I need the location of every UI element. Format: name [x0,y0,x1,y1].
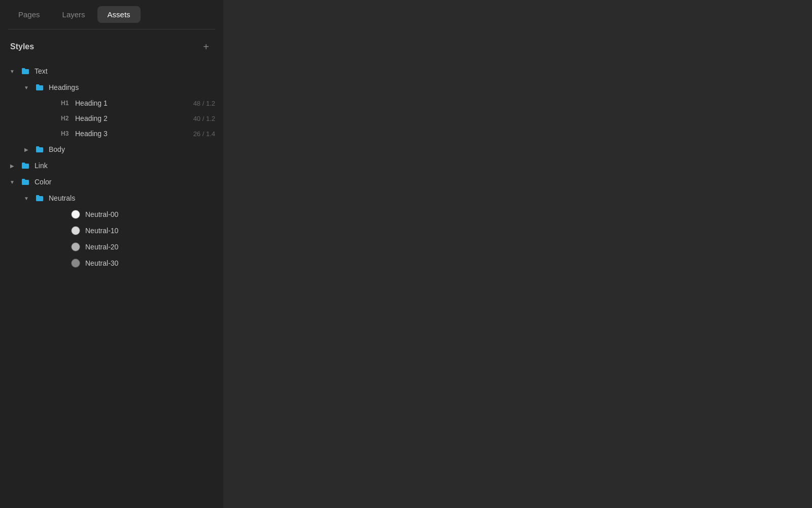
heading-1-row[interactable]: H1 Heading 1 48 / 1.2 [0,96,223,111]
group-body[interactable]: Body [0,141,223,157]
color-neutral-20[interactable]: Neutral-20 [0,239,223,255]
heading-3-name: Heading 3 [75,130,193,138]
heading-2-name: Heading 2 [75,114,193,122]
folder-icon-color [20,177,30,187]
heading-2-row[interactable]: H2 Heading 2 40 / 1.2 [0,111,223,126]
swatch-neutral-10 [71,226,80,235]
heading-1-size: 48 / 1.2 [193,100,215,107]
heading-3-tag: H3 [61,130,75,137]
body-group-label: Body [49,145,65,153]
group-text[interactable]: Text [0,63,223,79]
chevron-color [8,178,16,186]
group-headings[interactable]: Headings [0,79,223,96]
chevron-neutrals [22,194,30,202]
heading-1-tag: H1 [61,100,75,107]
tab-assets[interactable]: Assets [97,6,141,23]
tab-pages[interactable]: Pages [8,6,50,23]
chevron-headings [22,83,30,91]
swatch-neutral-00 [71,210,80,219]
tab-bar: Pages Layers Assets [0,0,223,29]
neutral-30-label: Neutral-30 [85,259,118,267]
sidebar: Pages Layers Assets Styles + Text [0,0,223,508]
folder-icon-headings [35,82,45,92]
swatch-neutral-20 [71,242,80,251]
color-group-label: Color [35,178,51,186]
folder-icon-body [35,144,45,154]
text-group-label: Text [35,67,48,75]
folder-icon-text [20,66,30,76]
link-group-label: Link [35,162,48,170]
color-neutral-30[interactable]: Neutral-30 [0,255,223,271]
chevron-text [8,67,16,75]
color-neutral-10[interactable]: Neutral-10 [0,223,223,239]
styles-header: Styles + [0,29,223,59]
main-canvas [223,0,812,508]
tab-layers[interactable]: Layers [52,6,95,23]
heading-3-size: 26 / 1.4 [193,130,215,138]
heading-2-size: 40 / 1.2 [193,115,215,122]
group-link[interactable]: Link [0,157,223,174]
heading-3-row[interactable]: H3 Heading 3 26 / 1.4 [0,126,223,141]
headings-group-label: Headings [49,83,79,91]
chevron-link [8,162,16,170]
group-neutrals[interactable]: Neutrals [0,190,223,206]
neutral-20-label: Neutral-20 [85,243,118,251]
group-color[interactable]: Color [0,174,223,190]
styles-title: Styles [10,42,34,51]
neutral-00-label: Neutral-00 [85,210,118,218]
heading-1-name: Heading 1 [75,99,193,107]
styles-tree: Text Headings H1 Heading 1 48 / 1.2 H2 H… [0,59,223,508]
neutrals-group-label: Neutrals [49,194,75,202]
chevron-body [22,145,30,153]
color-neutral-00[interactable]: Neutral-00 [0,206,223,223]
folder-icon-neutrals [35,193,45,203]
add-style-button[interactable]: + [199,40,213,54]
folder-icon-link [20,161,30,171]
heading-2-tag: H2 [61,115,75,122]
neutral-10-label: Neutral-10 [85,227,118,235]
swatch-neutral-30 [71,259,80,268]
